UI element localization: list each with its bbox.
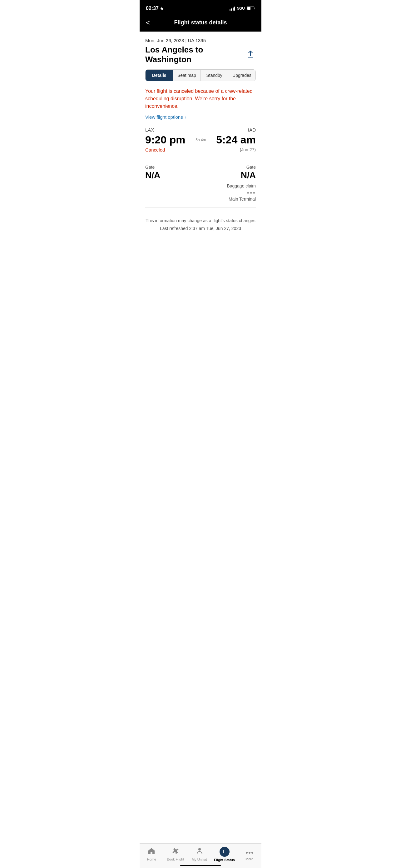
- signal-icon: [230, 6, 235, 11]
- duration-text: 5h 4m: [194, 138, 207, 142]
- arr-gate-value: N/A: [241, 170, 256, 180]
- battery-icon: [247, 6, 255, 10]
- dep-gate-value: N/A: [145, 170, 160, 180]
- flight-status-canceled: Canceled: [145, 147, 165, 153]
- baggage-label: Baggage claim: [227, 183, 256, 188]
- content-area: Mon, Jun 26, 2023 | UA 1395 Los Angeles …: [140, 32, 261, 239]
- page-title: Flight status details: [174, 19, 227, 26]
- back-button[interactable]: <: [144, 18, 151, 28]
- baggage-value: ---: [247, 188, 256, 196]
- arrival-gate-baggage: Gate N/A Baggage claim --- Main Terminal: [227, 165, 256, 202]
- tab-bar: Details Seat map Standby Upgrades: [145, 69, 256, 81]
- departure-airport: LAX: [145, 127, 154, 132]
- tab-upgrades[interactable]: Upgrades: [228, 70, 256, 81]
- departure-time: 9:20 pm: [145, 134, 186, 146]
- arrival-note: (Jun 27): [240, 147, 256, 153]
- times-row: 9:20 pm 5h 4m 5:24 am: [145, 134, 256, 146]
- tab-details[interactable]: Details: [145, 70, 173, 81]
- status-row: Canceled (Jun 27): [145, 147, 256, 153]
- flight-route-row: Los Angeles to Washington: [145, 45, 256, 64]
- location-icon: [160, 6, 164, 10]
- arrival-airport: IAD: [248, 127, 256, 132]
- divider-2: [145, 207, 256, 208]
- flight-line: 5h 4m: [188, 138, 214, 142]
- info-footer: This information may change as a flight'…: [145, 214, 256, 232]
- view-options-label: View flight options: [145, 114, 183, 120]
- flight-times-section: LAX IAD 9:20 pm 5h 4m: [145, 127, 256, 153]
- arrival-time: 5:24 am: [216, 134, 256, 146]
- chevron-right-icon: ›: [185, 114, 187, 120]
- last-refreshed: Last refreshed 2:37 am Tue, Jun 27, 2023: [145, 225, 256, 232]
- page-header: < Flight status details: [140, 16, 261, 32]
- flight-date: Mon, Jun 26, 2023 | UA 1395: [145, 38, 256, 43]
- airports-row: LAX IAD: [145, 127, 256, 132]
- status-time: 02:37: [146, 6, 164, 11]
- flight-duration: 5h 4m: [188, 138, 214, 142]
- arr-gate-label: Gate: [246, 165, 256, 170]
- departure-gate: Gate N/A: [145, 165, 160, 180]
- gate-section: Gate N/A Gate N/A Baggage claim --- Main…: [145, 165, 256, 202]
- share-button[interactable]: [245, 49, 256, 60]
- tab-standby[interactable]: Standby: [201, 70, 228, 81]
- time-display: 02:37: [146, 6, 159, 11]
- view-flight-options-link[interactable]: View flight options ›: [145, 114, 256, 120]
- main-content: Mon, Jun 26, 2023 | UA 1395 Los Angeles …: [140, 32, 261, 276]
- info-change-text: This information may change as a flight'…: [145, 217, 256, 225]
- tab-seat-map[interactable]: Seat map: [173, 70, 201, 81]
- dep-gate-label: Gate: [145, 165, 160, 170]
- network-label: 5GU: [237, 6, 245, 11]
- status-bar: 02:37 5GU: [140, 0, 261, 16]
- terminal-label: Main Terminal: [229, 196, 256, 202]
- cancellation-message: Your flight is canceled because of a cre…: [145, 88, 256, 110]
- divider-1: [145, 159, 256, 159]
- flight-route: Los Angeles to Washington: [145, 45, 245, 64]
- status-indicators: 5GU: [230, 6, 255, 11]
